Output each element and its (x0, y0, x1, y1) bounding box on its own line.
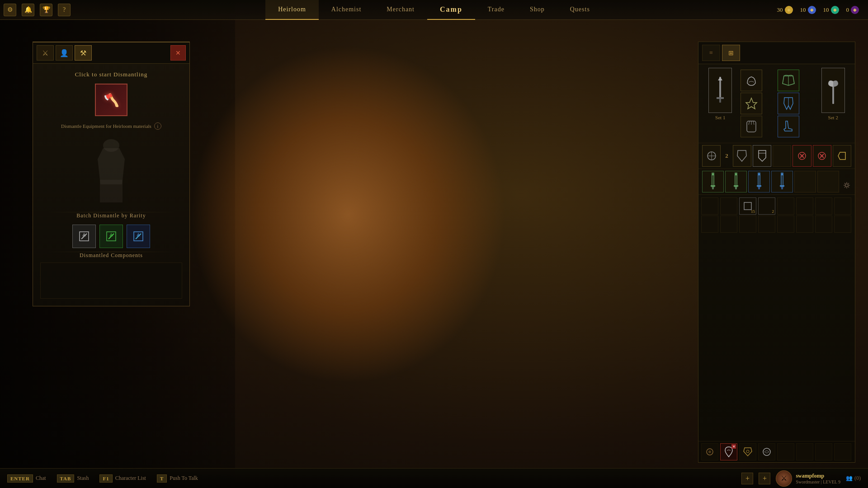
eq2-slot5[interactable] (793, 145, 811, 167)
alert-icon[interactable]: 🔔 (22, 4, 34, 16)
svg-point-58 (708, 450, 711, 453)
panel-tab-sword[interactable]: ⚔ (37, 45, 54, 61)
bottom-slot-1[interactable] (701, 443, 718, 460)
bottom-slot-5[interactable] (777, 443, 794, 460)
set1-weapon2-slot[interactable] (741, 93, 762, 114)
green-item-icon (105, 230, 118, 243)
set1-boot-slot[interactable] (778, 116, 799, 137)
panel-close-button[interactable]: ✕ (170, 45, 186, 61)
currency-teal: 10 ◆ (823, 6, 839, 14)
status-bar: ENTER Chat TAB Stash F1 Character List T… (0, 468, 868, 488)
inv-slot-2-1[interactable] (701, 216, 718, 233)
info-icon[interactable]: i (154, 122, 161, 130)
blue-currency-icon: ◆ (808, 6, 816, 14)
top-navigation: ⚙ 🔔 🏆 ? Heirloom Alchemist Merchant Camp… (0, 0, 868, 20)
set1-weapon-slot[interactable] (708, 68, 732, 113)
tab-alchemist[interactable]: Alchemist (319, 0, 374, 20)
add-button-2[interactable]: + (759, 473, 770, 484)
add-button-1[interactable]: + (741, 473, 753, 484)
set1-leg-slot[interactable] (778, 93, 799, 114)
gold-icon: ◈ (785, 6, 793, 14)
enter-key: ENTER (7, 474, 33, 483)
rarity-btn-blue[interactable] (127, 225, 150, 248)
trophy-icon[interactable]: 🏆 (40, 4, 52, 16)
bottom-slot-3[interactable] (739, 443, 756, 460)
currency-display: 30 ◈ 10 ◆ 10 ◆ 0 ◆ (732, 6, 868, 14)
set1-head-slot[interactable] (741, 70, 762, 91)
inv-slot-2-4[interactable] (758, 216, 775, 233)
currency-dark: 0 ◆ (846, 6, 859, 14)
player-avatar[interactable]: ⚔ (776, 470, 792, 487)
tab-merchant[interactable]: Merchant (374, 0, 427, 20)
tab-shop[interactable]: Shop (517, 0, 557, 20)
set1-label: Set 1 (715, 115, 725, 120)
panel-tab-person[interactable]: 👤 (56, 45, 73, 61)
dagger4-slot[interactable] (771, 171, 793, 192)
character-glow (190, 45, 506, 384)
inv-slot-1-3[interactable]: 15 (739, 197, 756, 215)
eq2-slot3[interactable] (753, 145, 771, 167)
right-tab-list[interactable]: ≡ (702, 45, 720, 61)
inv-slot-2-7[interactable] (815, 216, 832, 233)
dismantle-item-slot[interactable]: 🪓 (95, 84, 127, 116)
bottom-slot-2[interactable]: ✕ (720, 443, 737, 460)
set2-axe-slot[interactable] (821, 68, 845, 113)
settings-icon[interactable]: ⚙ (4, 4, 16, 16)
inv-slot-1-7[interactable] (815, 197, 832, 215)
bottom-slot-6[interactable] (796, 443, 813, 460)
rarity-btn-green[interactable] (99, 225, 123, 248)
stash-label: Stash (77, 475, 89, 482)
inv-slot-2-3[interactable] (739, 216, 756, 233)
right-panel-tabs: ≡ ⊞ (698, 42, 855, 64)
eq2-slot7[interactable] (833, 145, 851, 167)
empty-slot-1[interactable] (794, 171, 816, 192)
nav-left-icons: ⚙ 🔔 🏆 ? (0, 4, 136, 16)
panel-tab-dismantle[interactable]: ⚒ (75, 45, 92, 61)
inv-slot-1-6[interactable] (796, 197, 813, 215)
eq2-slot4[interactable] (773, 145, 791, 167)
inv-slot-1-2[interactable] (720, 197, 737, 215)
rarity-btn-gray[interactable] (72, 225, 96, 248)
svg-line-55 (844, 187, 846, 188)
help-icon[interactable]: ? (58, 4, 71, 16)
inv-slot-1-8[interactable] (834, 197, 851, 215)
charlist-label: Character List (115, 475, 146, 482)
inv-slot-1-1[interactable] (701, 197, 718, 215)
tab-camp[interactable]: Camp (427, 0, 475, 20)
panel-body: Click to start Dismantling 🪓 Dismantle E… (33, 64, 189, 306)
eq2-slot1[interactable] (702, 145, 721, 167)
tab-quests[interactable]: Quests (557, 0, 603, 20)
empty-slot-2[interactable] (817, 171, 839, 192)
bottom-slot-7[interactable] (815, 443, 832, 460)
inv-slot-1-4[interactable]: 2 (758, 197, 775, 215)
eq2-slot2[interactable] (733, 145, 751, 167)
bottom-slot-8[interactable] (834, 443, 851, 460)
set1-glove-slot[interactable] (741, 116, 762, 137)
inv-slot-2-6[interactable] (796, 216, 813, 233)
inv-slot-2-5[interactable] (777, 216, 794, 233)
svg-rect-34 (712, 187, 714, 189)
bottom-slot-4[interactable] (758, 443, 775, 460)
dagger3-slot[interactable] (748, 171, 770, 192)
party-count: (0) (854, 475, 861, 482)
dagger2-slot[interactable] (725, 171, 747, 192)
inv-slot-2-8[interactable] (834, 216, 851, 233)
tab-trade[interactable]: Trade (475, 0, 517, 20)
rarity-button-group (40, 225, 182, 248)
svg-marker-10 (718, 77, 722, 80)
dismantle-title: Click to start Dismantling (40, 71, 182, 78)
inv-slot-1-5[interactable] (777, 197, 794, 215)
tab-heirloom[interactable]: Heirloom (265, 0, 319, 20)
blue-item-icon (132, 230, 145, 243)
chat-label: Chat (36, 475, 46, 482)
dagger1-slot[interactable] (702, 171, 724, 192)
settings-gear[interactable] (843, 182, 850, 191)
svg-rect-11 (717, 97, 724, 99)
bottom-inventory: ✕ (698, 441, 855, 462)
inv-slot-2-2[interactable] (720, 216, 737, 233)
right-tab-grid[interactable]: ⊞ (722, 45, 740, 61)
eq2-slot6[interactable] (813, 145, 831, 167)
svg-line-53 (848, 187, 849, 188)
set1-chest-slot[interactable] (778, 70, 799, 91)
svg-rect-45 (780, 185, 784, 187)
